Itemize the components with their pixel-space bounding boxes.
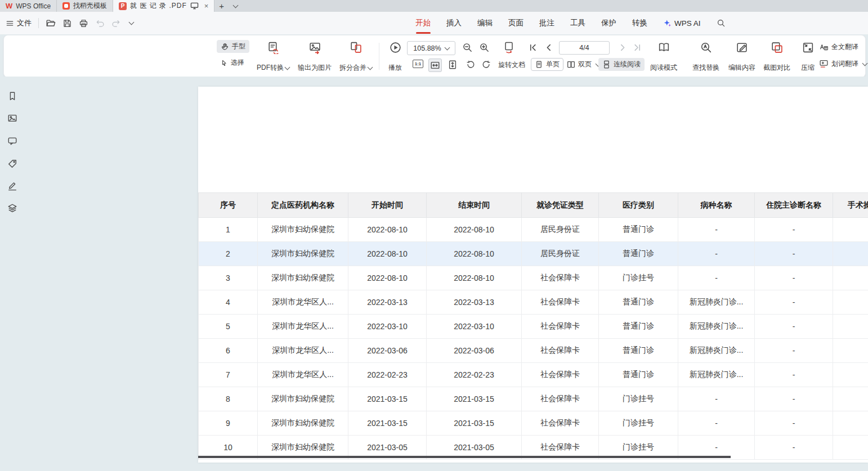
hand-tool-button[interactable]: 手型 [217,40,249,53]
book-icon [657,41,670,54]
table-header-cell: 定点医药机构名称 [258,193,348,218]
ribbon-tab-comment[interactable]: 批注 [539,12,554,34]
pdf-toolbar: 手型 选择 PDF转换 输出为图片 拆分合并 播放 105.88% [3,35,866,78]
ribbon-tab-home[interactable]: 开始 [415,12,431,34]
page-number-input[interactable]: 4/4 [559,41,610,55]
bookmarks-panel-button[interactable] [7,91,17,101]
signature-panel-button[interactable] [7,181,17,191]
zoom-level-select[interactable]: 105.88% [407,41,455,55]
open-file-button[interactable] [46,18,56,28]
table-cell: - [833,411,868,436]
table-cell: - [833,387,868,411]
table-cell: 社会保障卡 [522,290,599,315]
find-replace-button[interactable]: 查找替换 [688,40,723,74]
menu-search-button[interactable] [717,12,726,34]
table-cell: 门诊挂号 [599,411,678,436]
ribbon-tab-page[interactable]: 页面 [508,12,524,34]
split-merge-label: 拆分合并 [339,63,366,73]
layers-panel-button[interactable] [7,203,17,213]
thumbnails-panel-button[interactable] [7,113,17,123]
tab-list-dropdown[interactable] [229,0,241,12]
new-tab-button[interactable]: + [214,0,229,12]
tab-document-label: 就 医 记 录 .PDF [130,1,187,11]
compress-icon [802,41,815,54]
last-page-button[interactable] [633,43,642,52]
play-button[interactable]: 播放 [382,40,408,74]
select-tool-button[interactable]: 选择 [220,58,244,68]
table-row: 1深圳市妇幼保健院2022-08-102022-08-10居民身份证普通门诊--… [199,218,868,242]
wps-ai-label: WPS AI [674,19,701,28]
reading-mode-button[interactable]: 阅读模式 [647,40,681,74]
table-cell: 4 [199,290,258,315]
word-translate-button[interactable]: 划词翻译 [819,59,867,69]
export-image-label: 输出为图片 [298,63,332,73]
thumbnail-icon [7,113,17,123]
rotate-right-button[interactable] [481,60,491,70]
continuous-reading-button[interactable]: 连续阅读 [598,58,645,71]
table-cell: 2022-02-23 [427,363,522,387]
comments-panel-button[interactable] [7,136,17,146]
document-canvas: 序号定点医药机构名称开始时间结束时间就诊凭证类型医疗类别病种名称住院主诊断名称手… [0,77,868,471]
tags-panel-button[interactable] [7,159,17,169]
undo-button[interactable] [95,19,105,28]
export-as-image-button[interactable]: 输出为图片 [294,40,335,74]
table-cell: 新冠肺炎门诊... [678,363,755,387]
table-cell: 深圳市妇幼保健院 [258,387,348,411]
full-text-translate-button[interactable]: 全文翻译 [819,42,858,52]
rotate-document-label[interactable]: 旋转文档 [498,60,525,70]
find-replace-icon [700,41,713,54]
rotate-left-button[interactable] [466,60,476,70]
table-cell: 深圳市龙华区人... [258,290,348,315]
double-page-button[interactable]: 双页 [567,60,600,69]
close-tab-icon[interactable]: × [204,2,209,10]
fit-page-button[interactable] [503,41,515,53]
wps-ai-button[interactable]: WPS AI [663,12,701,34]
pdf-convert-button[interactable]: PDF转换 [255,40,291,74]
ribbon-tab-insert[interactable]: 插入 [446,12,462,34]
ribbon-tab-protect[interactable]: 保护 [601,12,616,34]
table-cell: 深圳市妇幼保健院 [258,242,348,266]
table-cell: - [755,266,833,290]
file-menu-button[interactable]: 文件 [6,18,32,28]
table-cell: - [833,290,868,315]
table-cell: 深圳市妇幼保健院 [258,411,348,436]
redo-button[interactable] [111,19,121,28]
ribbon-tab-tools[interactable]: 工具 [570,12,585,34]
next-page-button[interactable] [619,43,627,52]
compress-button[interactable]: 压缩 [797,40,819,74]
tab-docer-templates[interactable]: 找稻壳模板 [57,0,113,12]
print-button[interactable] [79,19,88,28]
quick-access-dropdown[interactable] [128,22,133,24]
table-row: 8深圳市妇幼保健院2021-03-152021-03-15社会保障卡门诊挂号--… [199,387,868,411]
screenshot-compare-label: 截图对比 [763,63,790,73]
screenshot-compare-button[interactable]: 截图对比 [759,40,794,74]
ribbon-tab-label: 批注 [539,18,554,28]
single-page-button[interactable]: 单页 [531,58,563,71]
table-cell: 普通门诊 [599,218,678,242]
save-button[interactable] [62,19,72,28]
table-cell: - [678,387,755,411]
search-icon [717,19,726,28]
tab-wps-office[interactable]: W WPS Office [0,0,57,12]
single-page-label: 单页 [546,60,560,69]
monitor-icon[interactable] [190,2,199,10]
zoom-in-button[interactable] [479,42,490,53]
edit-content-button[interactable]: 编辑内容 [724,40,759,74]
fit-width-button[interactable] [428,59,442,72]
last-page-icon [633,43,642,52]
table-cell: 2021-03-15 [348,411,427,436]
ribbon-tab-convert[interactable]: 转换 [632,12,647,34]
zoom-out-button[interactable] [462,42,473,53]
fit-height-button[interactable] [448,60,458,70]
ribbon-tab-label: 开始 [415,18,431,28]
one-to-one-icon: 1:1 [413,60,423,68]
actual-size-button[interactable]: 1:1 [413,60,423,68]
ribbon-tab-edit[interactable]: 编辑 [477,12,493,34]
tab-document-active[interactable]: P 就 医 记 录 .PDF × [113,0,214,12]
previous-page-button[interactable] [544,43,553,52]
table-header-cell: 结束时间 [427,193,522,218]
first-page-button[interactable] [529,43,537,52]
table-cell: 9 [199,411,258,436]
horizontal-scrollbar-thumb[interactable] [198,456,731,458]
split-merge-button[interactable]: 拆分合并 [337,40,374,74]
